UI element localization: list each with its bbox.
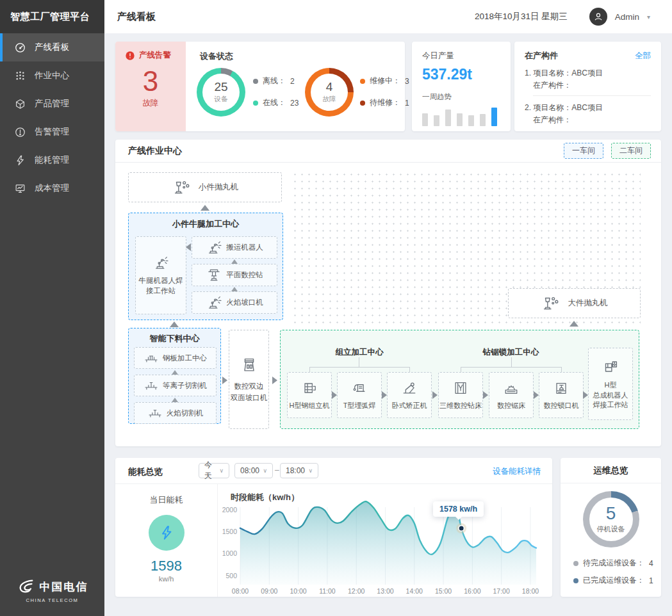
node-h-assembly-robot-station[interactable]: H型总成机器人焊接工作站: [588, 348, 633, 420]
svg-text:500: 500: [225, 572, 237, 580]
brand-logo: 中国电信 CHINA TELECOM: [0, 577, 104, 603]
device-status-card: 产线告警 3 故障 设备状态 25 设备 离线：2 在线：23 4 故障: [115, 42, 405, 131]
date-label: 2018年10月31日 星期三: [475, 11, 568, 22]
workshop-2-button[interactable]: 二车间: [611, 143, 651, 159]
node-h-beam-assembler[interactable]: H型钢组立机: [287, 372, 332, 418]
trend-bars: [422, 105, 500, 126]
arrow-right-icon: [222, 377, 227, 384]
alarm-count: 3: [115, 67, 186, 95]
svg-text:12:00: 12:00: [348, 587, 365, 595]
drill-machine-icon: [206, 267, 222, 284]
node-flame-beveler[interactable]: 火焰坡口机: [192, 291, 277, 314]
alarm-panel[interactable]: 产线告警 3 故障: [115, 42, 186, 131]
node-3d-cnc-drill[interactable]: 三维数控钻床: [438, 372, 483, 418]
username[interactable]: Admin: [615, 12, 639, 22]
energy-detail-link[interactable]: 设备能耗详情: [493, 466, 541, 477]
day-select[interactable]: 今天∨: [199, 463, 229, 478]
today-energy-value: 1598: [115, 559, 217, 573]
node-t-arc-welder[interactable]: T型埋弧焊: [337, 372, 382, 418]
arrow-right-icon: [583, 391, 588, 399]
all-link[interactable]: 全部: [635, 51, 651, 61]
trend-bar: [480, 114, 486, 126]
avatar[interactable]: [589, 8, 607, 26]
main-content: 产线告警 3 故障 设备状态 25 设备 离线：2 在线：23 4 故障: [104, 33, 672, 616]
node-big-shot-blaster[interactable]: 大件抛丸机: [508, 288, 641, 318]
arrow-left-icon: [186, 243, 191, 251]
group-title: 智能下料中心: [129, 333, 220, 344]
trend-bar: [434, 115, 439, 126]
divider: [533, 95, 651, 96]
legend-dot: [360, 101, 365, 106]
sidebar-item-production-board[interactable]: 产线看板: [0, 33, 104, 61]
h-station-machine-icon: [601, 357, 620, 377]
node-plane-cnc-drill[interactable]: 平面数控钻: [192, 264, 277, 286]
ops-card: 运维总览 5 停机设备 待完成运维设备：4 已完成运维设备：1: [561, 458, 661, 597]
saw-machine-icon: [502, 379, 520, 397]
node-corbel-robot-station[interactable]: 牛腿机器人焊接工作站: [135, 236, 186, 314]
ops-stopped-label: 停机设备: [597, 524, 625, 534]
assembler-machine-icon: [300, 379, 318, 397]
legend-dot: [573, 561, 578, 566]
sidebar-item-label: 能耗管理: [35, 154, 69, 166]
node-cnc-lock-machine[interactable]: 数控锁口机: [539, 372, 584, 418]
node-plasma-cutter[interactable]: 等离子切割机: [134, 375, 217, 396]
arrow-right-icon: [483, 391, 488, 399]
node-horizontal-straightener[interactable]: 卧式矫正机: [387, 372, 432, 418]
chevron-down-icon: ∨: [308, 467, 313, 474]
arrow-up-icon: [172, 398, 178, 402]
alarm-icon: [125, 51, 135, 61]
welder-machine-icon: [350, 379, 368, 397]
svg-text:10:00: 10:00: [290, 587, 306, 595]
shot-blaster-icon: [541, 294, 560, 313]
page-title: 产线看板: [117, 11, 156, 23]
trend-label: 一周趋势: [422, 92, 500, 102]
sidebar-item-label: 告警管理: [35, 126, 69, 138]
svg-text:15:00: 15:00: [435, 587, 452, 595]
arrow-up-icon: [172, 370, 178, 375]
sidebar-item-alarm-mgmt[interactable]: 告警管理: [0, 118, 104, 146]
alarm-title: 产线告警: [139, 50, 171, 61]
node-flame-cutter[interactable]: 火焰切割机: [134, 402, 217, 424]
sidebar-item-label: 作业中心: [35, 70, 69, 81]
sidebar-nav: 产线看板 作业中心 产品管理 告警管理 能耗管理 成本管理: [0, 33, 104, 202]
device-total-donut: 25 设备: [197, 68, 245, 117]
end-time-select[interactable]: 18:00∨: [280, 463, 318, 478]
sidebar-item-work-center[interactable]: 作业中心: [0, 61, 104, 90]
svg-text:11:00: 11:00: [319, 587, 336, 595]
arrow-right-icon: [332, 391, 337, 399]
ops-title: 运维总览: [561, 458, 661, 483]
trend-bar: [491, 108, 497, 126]
node-cnc-saw[interactable]: 数控锯床: [489, 372, 534, 418]
in-production-card: 在产构件 全部 1. 项目名称：ABC项目 在产构件： 2. 项目名称：ABC项…: [514, 42, 661, 131]
ops-stopped-value: 5: [606, 505, 616, 523]
node-plate-center[interactable]: 钢板加工中心: [134, 347, 217, 369]
robot-arm-icon: [152, 255, 169, 272]
bolt-icon: [14, 154, 26, 166]
svg-text:17:00: 17:00: [493, 587, 510, 595]
energy-area-chart: 08:0009:0010:0011:0012:0013:0014:0015:00…: [221, 501, 548, 597]
arrow-right-icon: [534, 391, 539, 399]
sidebar-item-cost-mgmt[interactable]: 成本管理: [0, 174, 104, 202]
group-title: 钻锯锁加工中心: [461, 347, 561, 358]
node-carry-robot[interactable]: 搬运机器人: [192, 236, 277, 259]
node-double-beveler[interactable]: 数控双边双面坡口机: [229, 330, 269, 429]
device-total-value: 25: [214, 81, 227, 94]
node-small-shot-blaster[interactable]: 小件抛丸机: [128, 172, 282, 202]
project-item: 1. 项目名称：ABC项目 在产构件：: [525, 67, 651, 91]
device-fault-value: 4: [326, 81, 333, 94]
grid-dots-icon: [14, 70, 26, 82]
sidebar-item-energy-mgmt[interactable]: 能耗管理: [0, 146, 104, 174]
output-title: 今日产量: [422, 51, 500, 61]
beveler-machine-icon: [240, 355, 259, 375]
today-energy-label: 当日能耗: [115, 494, 217, 506]
arrow-up-icon: [231, 287, 238, 291]
workshop-1-button[interactable]: 一车间: [564, 143, 603, 159]
start-time-select[interactable]: 08:00∨: [234, 463, 273, 478]
project-item: 2. 项目名称：ABC项目 在产构件：: [525, 102, 651, 126]
device-total-legend: 离线：2 在线：23: [253, 76, 299, 119]
chevron-down-icon[interactable]: ▾: [647, 13, 650, 20]
robot-arm-icon: [206, 239, 222, 256]
group-assembly-line: 组立加工中心 钻锯锁加工中心 H型钢组立机 T型埋弧焊: [280, 330, 639, 429]
sidebar-item-product-mgmt[interactable]: 产品管理: [0, 90, 104, 118]
arrow-up-icon: [231, 259, 238, 264]
